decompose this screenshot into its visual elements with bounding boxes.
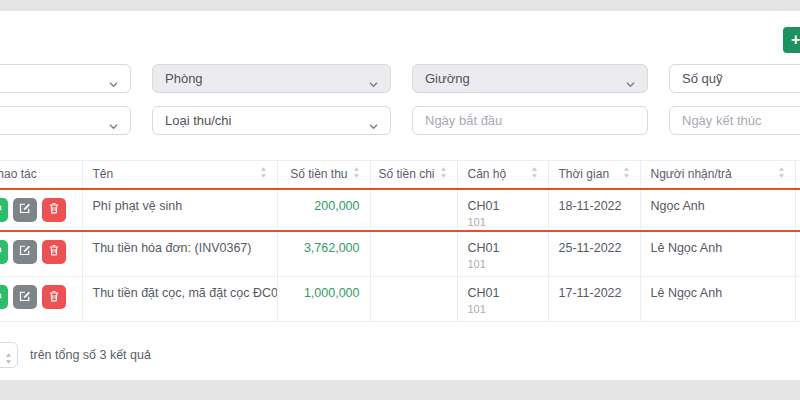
print-button[interactable] [0,285,8,309]
col-label: Người nhận/trả [651,167,732,181]
col-header-name[interactable]: Tên [82,161,277,189]
col-label: Số tiền thu [290,167,347,181]
page-size-select[interactable] [0,342,18,368]
col-header-actions: Thao tác [0,161,82,189]
person-cell: Lê Ngọc Anh [640,277,795,322]
actions-cell [0,231,82,277]
col-label: Thời gian [559,167,610,181]
filter-label: Phòng [165,71,203,86]
edit-icon [19,202,31,217]
col-header-amount-out[interactable]: Số tiền chi [370,161,457,189]
person-cell: Ngọc Anh [640,189,795,231]
col-header-apartment[interactable]: Căn hộ [457,161,548,189]
sort-icon[interactable] [778,167,785,181]
transactions-table: Thao tác Tên Số tiền thu Số tiền chi [0,160,800,322]
actions-cell [0,189,82,231]
filter-label: Giường [425,71,470,86]
amount-in-cell: 200,000 [277,189,370,231]
col-label: Tên [93,167,114,181]
name-cell: Thu tiền đặt cọc, mã đặt cọc ĐC0100 [82,277,277,322]
delete-icon [48,202,60,217]
edit-button[interactable] [13,198,37,222]
content-panel: + Phòng Giường Số quỹ Loại thu/chi [0,11,800,380]
delete-button[interactable] [42,285,66,309]
table-row: Phí phạt vệ sinh200,000CH0110118-11-2022… [0,189,800,231]
apartment-cell: CH01101 [457,189,548,231]
end-date-input[interactable] [682,113,800,128]
apartment-code: CH01 [468,241,538,255]
delete-button[interactable] [42,198,66,222]
apartment-code: CH01 [468,199,538,213]
edit-button[interactable] [13,285,37,309]
chevron-down-icon [368,118,379,133]
apartment-cell: CH01101 [457,277,548,322]
filter-select-phong[interactable]: Phòng [152,64,391,93]
chevron-down-icon [108,76,119,91]
chevron-down-icon [368,76,379,91]
edit-button[interactable] [13,240,37,264]
filter-select-giuong[interactable]: Giường [412,64,648,93]
print-icon [0,290,2,305]
date-cell: 18-11-2022 [548,189,640,231]
extra-cell [795,277,800,322]
apartment-code: CH01 [468,286,538,300]
sort-icon[interactable] [440,167,447,181]
col-header-amount-in[interactable]: Số tiền thu [277,161,370,189]
extra-cell [795,231,800,277]
col-header-date[interactable]: Thời gian [548,161,640,189]
amount-out-cell [370,231,457,277]
amount-in-cell: 3,762,000 [277,231,370,277]
start-date-field[interactable] [412,106,648,135]
chevron-down-icon [625,76,636,91]
add-button[interactable]: + [783,27,800,53]
unit-number: 101 [468,258,538,270]
actions-cell [0,277,82,322]
start-date-input[interactable] [425,113,635,128]
delete-button[interactable] [42,240,66,264]
filter-select-clipped-1[interactable] [0,64,131,93]
apartment-cell: CH01101 [457,231,548,277]
name-cell: Thu tiền hóa đơn: (INV0367) [82,231,277,277]
sort-icon[interactable] [260,167,267,181]
table-header-row: Thao tác Tên Số tiền thu Số tiền chi [0,161,800,189]
delete-icon [48,244,60,259]
up-down-arrows-icon [5,350,12,368]
sort-icon[interactable] [623,167,630,181]
date-cell: 17-11-2022 [548,277,640,322]
chevron-down-icon [108,118,119,133]
amount-out-cell [370,277,457,322]
unit-number: 101 [468,303,538,315]
filter-select-so-quy[interactable]: Số quỹ [669,64,800,93]
filter-select-loai-thu-chi[interactable]: Loại thu/chi [152,106,391,135]
person-cell: Lê Ngọc Anh [640,231,795,277]
sort-icon[interactable] [353,167,360,181]
filter-label: Số quỹ [682,71,722,86]
print-icon [0,202,2,217]
amount-out-cell [370,189,457,231]
unit-number: 101 [468,216,538,228]
sort-icon[interactable] [531,167,538,181]
amount-in-cell: 1,000,000 [277,277,370,322]
edit-icon [19,290,31,305]
col-label: Số tiền chi [378,167,434,181]
table-row: Thu tiền đặt cọc, mã đặt cọc ĐC01001,000… [0,277,800,322]
filter-label: Loại thu/chi [165,113,232,128]
delete-icon [48,290,60,305]
date-cell: 25-11-2022 [548,231,640,277]
print-button[interactable] [0,198,8,222]
col-header-extra [795,161,800,189]
results-summary: trên tổng số 3 kết quả [30,348,151,362]
print-icon [0,244,2,259]
extra-cell [795,189,800,231]
print-button[interactable] [0,240,8,264]
name-cell: Phí phạt vệ sinh [82,189,277,231]
filter-select-clipped-2[interactable] [0,106,131,135]
edit-icon [19,244,31,259]
col-header-person[interactable]: Người nhận/trả [640,161,795,189]
col-label: Căn hộ [468,167,507,181]
col-label: Thao tác [0,167,37,181]
end-date-field[interactable] [669,106,800,135]
table-row: Thu tiền hóa đơn: (INV0367)3,762,000CH01… [0,231,800,277]
